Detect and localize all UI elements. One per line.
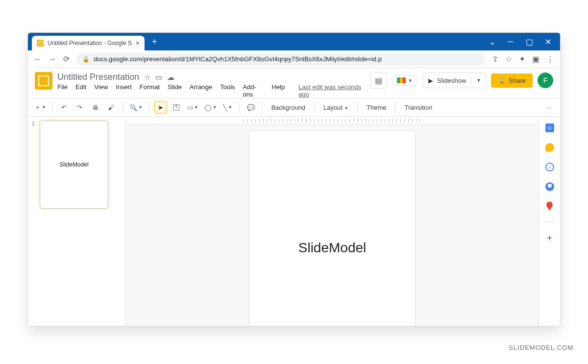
browser-menu-icon[interactable]: ⋮: [546, 54, 554, 64]
forward-icon[interactable]: →: [49, 55, 56, 64]
back-icon[interactable]: ←: [34, 55, 42, 64]
comment-tool-button[interactable]: 💬: [245, 101, 257, 114]
bookmark-star-icon[interactable]: ☆: [505, 54, 512, 64]
separator: [239, 102, 240, 113]
chevron-down-icon: ▼: [408, 78, 413, 83]
extensions-icon[interactable]: ✦: [519, 54, 525, 64]
url-input[interactable]: 🔒 docs.google.com/presentation/d/1MYtCa2…: [76, 53, 485, 66]
cloud-status-icon[interactable]: ☁: [167, 73, 174, 82]
window-titlebar: Untitled Presentation - Google S × + ⌄ ─…: [28, 33, 560, 50]
slideshow-label: Slideshow: [437, 77, 466, 84]
redo-button[interactable]: ↷: [74, 101, 86, 114]
toolbar: ＋▼ ↶ ↷ 🖶 🖌 🔍▼ ➤ 🅃 ▭▼ ◯▼ ╲▼ 💬 Background …: [28, 98, 560, 117]
chevron-down-icon: ▼: [344, 106, 348, 111]
slide-canvas-area[interactable]: SlideModel: [126, 117, 539, 326]
separator: [262, 102, 263, 113]
minimize-icon[interactable]: ─: [507, 37, 514, 47]
doc-header: Untitled Presentation ☆ ▭ ☁ File Edit Vi…: [28, 68, 560, 98]
add-addon-button[interactable]: +: [547, 233, 553, 244]
maximize-icon[interactable]: ▢: [526, 37, 533, 47]
menu-arrange[interactable]: Arrange: [190, 83, 212, 98]
image-tool-button[interactable]: ▭▼: [186, 101, 200, 114]
menu-slide[interactable]: Slide: [168, 83, 182, 98]
lock-icon: 🔒: [498, 77, 506, 84]
workspace: 1 SlideModel SlideModel +: [28, 117, 560, 326]
layout-button[interactable]: Layout▼: [319, 104, 352, 111]
slideshow-button[interactable]: ▶ Slideshow ▼: [423, 73, 486, 88]
present-icon: ▶: [428, 77, 433, 84]
lock-icon: 🔒: [82, 56, 90, 63]
comments-button[interactable]: ▤: [370, 72, 387, 89]
panel-icon[interactable]: ▣: [532, 54, 539, 64]
maps-icon[interactable]: [546, 202, 553, 211]
textbox-tool-button[interactable]: 🅃: [170, 101, 183, 114]
title-block: Untitled Presentation ☆ ▭ ☁ File Edit Vi…: [57, 72, 365, 98]
slide-thumbnail[interactable]: SlideModel: [40, 121, 108, 209]
url-text: docs.google.com/presentation/d/1MYtCa2Qv…: [94, 55, 382, 63]
header-right: ▤ ▼ ▶ Slideshow ▼ 🔒 Share F: [370, 72, 553, 89]
divider: [471, 76, 471, 85]
thumbnail-row: 1 SlideModel: [32, 121, 122, 209]
meet-camera-icon: [397, 77, 406, 83]
new-slide-button[interactable]: ＋▼: [33, 101, 48, 114]
share-url-icon[interactable]: ⇪: [492, 54, 498, 64]
separator: [122, 102, 123, 113]
transition-button[interactable]: Transition: [401, 104, 437, 111]
undo-button[interactable]: ↶: [58, 101, 71, 114]
star-icon[interactable]: ☆: [144, 73, 150, 82]
calendar-icon[interactable]: [545, 123, 554, 132]
close-window-icon[interactable]: ✕: [544, 37, 551, 47]
menu-view[interactable]: View: [94, 83, 108, 98]
theme-button[interactable]: Theme: [363, 104, 390, 111]
menu-help[interactable]: Help: [272, 83, 285, 98]
separator: [395, 102, 396, 113]
slides-favicon-icon: [37, 40, 44, 47]
separator: [544, 221, 556, 222]
separator: [149, 102, 149, 113]
close-tab-icon[interactable]: ×: [136, 39, 140, 47]
slides-logo-icon[interactable]: [35, 72, 52, 90]
line-tool-button[interactable]: ╲▼: [221, 101, 234, 114]
new-tab-button[interactable]: +: [147, 35, 161, 49]
slide-thumbnails-panel: 1 SlideModel: [28, 117, 126, 326]
tasks-icon[interactable]: [545, 163, 554, 171]
last-edit-link[interactable]: Last edit was seconds ago: [298, 83, 365, 98]
layout-label: Layout: [323, 104, 343, 111]
menu-addons[interactable]: Add-ons: [243, 83, 264, 98]
zoom-button[interactable]: 🔍▼: [128, 101, 144, 114]
paint-format-button[interactable]: 🖌: [105, 101, 118, 114]
move-folder-icon[interactable]: ▭: [155, 73, 162, 82]
menu-bar: File Edit View Insert Format Slide Arran…: [57, 83, 365, 98]
menu-format[interactable]: Format: [140, 83, 160, 98]
watermark: SLIDEMODEL.COM: [509, 344, 573, 351]
slide-text-content[interactable]: SlideModel: [298, 240, 367, 256]
window-controls: ⌄ ─ ▢ ✕: [480, 37, 560, 47]
thumbnail-text: SlideModel: [59, 161, 88, 168]
browser-window: Untitled Presentation - Google S × + ⌄ ─…: [27, 32, 561, 326]
meet-button[interactable]: ▼: [392, 75, 418, 86]
account-avatar[interactable]: F: [538, 73, 553, 88]
contacts-icon[interactable]: [545, 182, 554, 191]
chevron-down-icon[interactable]: ⌄: [489, 37, 495, 47]
shape-tool-button[interactable]: ◯▼: [203, 101, 219, 114]
side-panel: +: [539, 117, 560, 326]
horizontal-ruler: [126, 117, 539, 124]
menu-edit[interactable]: Edit: [75, 83, 86, 98]
share-button[interactable]: 🔒 Share: [491, 73, 533, 88]
collapse-toolbar-button[interactable]: ︿: [542, 101, 555, 114]
background-button[interactable]: Background: [268, 104, 309, 111]
chevron-down-icon[interactable]: ▼: [476, 78, 481, 83]
menu-file[interactable]: File: [57, 83, 68, 98]
menu-insert[interactable]: Insert: [116, 83, 132, 98]
menu-tools[interactable]: Tools: [220, 83, 235, 98]
doc-title[interactable]: Untitled Presentation: [57, 72, 139, 82]
share-label: Share: [509, 77, 526, 84]
print-button[interactable]: 🖶: [89, 101, 102, 114]
separator: [357, 102, 358, 113]
keep-icon[interactable]: [545, 143, 554, 152]
browser-tab[interactable]: Untitled Presentation - Google S ×: [32, 36, 145, 50]
reload-icon[interactable]: ⟳: [63, 54, 70, 64]
select-tool-button[interactable]: ➤: [154, 101, 167, 114]
tab-title: Untitled Presentation - Google S: [48, 40, 132, 47]
slide-canvas[interactable]: SlideModel: [249, 130, 416, 326]
